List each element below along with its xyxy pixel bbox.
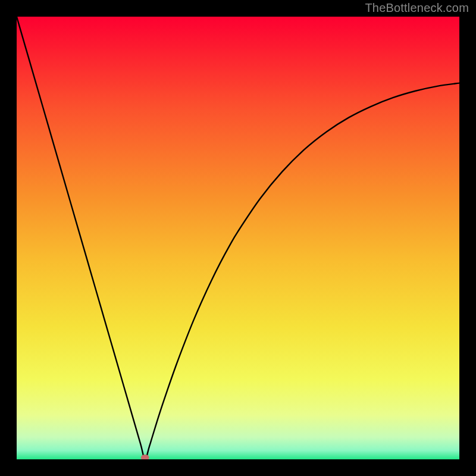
bottleneck-curve-chart bbox=[17, 17, 459, 459]
chart-container: TheBottleneck.com bbox=[0, 0, 476, 476]
gradient-background bbox=[17, 17, 459, 459]
plot-area bbox=[17, 17, 459, 459]
attribution-watermark: TheBottleneck.com bbox=[365, 1, 469, 15]
